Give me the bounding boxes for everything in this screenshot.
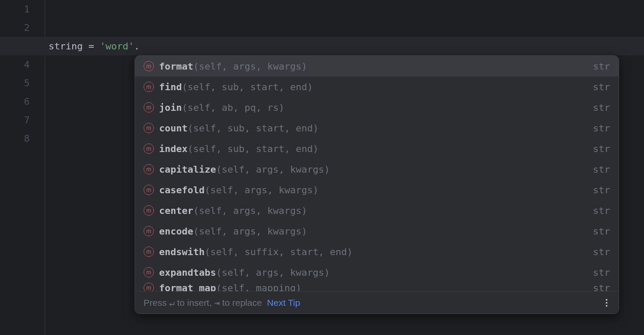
code-token-variable: string xyxy=(49,41,83,52)
autocomplete-item-label: format(self, args, kwargs) xyxy=(159,61,584,72)
method-icon: m xyxy=(144,164,154,174)
method-params: (self, suffix, start, end) xyxy=(205,247,353,257)
method-name: encode xyxy=(159,226,193,237)
autocomplete-item-label: encode(self, args, kwargs) xyxy=(159,226,584,237)
line-number: 1 xyxy=(0,0,30,18)
autocomplete-item[interactable]: mformat(self, args, kwargs)str xyxy=(135,56,619,76)
return-type: str xyxy=(584,185,610,195)
return-type: str xyxy=(584,226,610,237)
method-params: (self, sub, start, end) xyxy=(187,123,319,134)
method-icon: m xyxy=(144,143,154,154)
method-icon: m xyxy=(144,185,154,195)
autocomplete-item-label: capitalize(self, args, kwargs) xyxy=(159,164,584,175)
method-name: index xyxy=(159,143,187,154)
enter-key-icon: ↵ xyxy=(169,298,175,308)
autocomplete-item-label: center(self, args, kwargs) xyxy=(159,205,584,216)
line-number: 2 xyxy=(0,18,30,37)
return-type: str xyxy=(584,123,610,134)
more-options-icon[interactable] xyxy=(603,296,610,309)
method-params: (self, sub, start, end) xyxy=(187,143,319,154)
method-params: (self, args, kwargs) xyxy=(193,61,307,72)
autocomplete-item-label: endswith(self, suffix, start, end) xyxy=(159,247,584,257)
method-icon: m xyxy=(144,267,154,277)
method-name: format_map xyxy=(159,283,216,291)
autocomplete-item[interactable]: mcenter(self, args, kwargs)str xyxy=(135,200,619,221)
method-name: count xyxy=(159,123,187,134)
method-name: join xyxy=(159,102,182,113)
autocomplete-item-label: join(self, ab, pq, rs) xyxy=(159,102,584,113)
method-name: expandtabs xyxy=(159,267,216,278)
code-token-punct: . xyxy=(134,41,140,52)
autocomplete-item[interactable]: mcapitalize(self, args, kwargs)str xyxy=(135,159,619,180)
autocomplete-item[interactable]: mjoin(self, ab, pq, rs)str xyxy=(135,97,619,118)
line-number: 6 xyxy=(0,92,30,111)
tab-key-icon: ⇥ xyxy=(214,298,220,308)
autocomplete-item-label: format_map(self, mapping) xyxy=(159,283,584,291)
return-type: str xyxy=(584,247,610,257)
return-type: str xyxy=(584,82,610,92)
method-params: (self, mapping) xyxy=(216,283,301,291)
method-name: endswith xyxy=(159,247,205,257)
code-token-string: 'word' xyxy=(100,41,134,52)
method-icon: m xyxy=(144,205,154,216)
autocomplete-item[interactable]: mformat_map(self, mapping)str xyxy=(135,283,619,291)
autocomplete-item-label: count(self, sub, start, end) xyxy=(159,123,584,134)
method-icon: m xyxy=(144,123,154,133)
code-token-operator: = xyxy=(83,41,100,52)
autocomplete-item[interactable]: mcasefold(self, args, kwargs)str xyxy=(135,180,619,200)
method-params: (self, sub, start, end) xyxy=(182,82,313,92)
autocomplete-footer: Press ↵ to insert, ⇥ to replace Next Tip xyxy=(135,291,619,314)
line-number: 4 xyxy=(0,55,30,74)
method-icon: m xyxy=(144,61,154,71)
method-icon: m xyxy=(144,82,154,92)
method-name: format xyxy=(159,61,193,72)
method-name: find xyxy=(159,82,182,92)
method-params: (self, args, kwargs) xyxy=(193,205,307,216)
method-icon: m xyxy=(144,283,154,291)
autocomplete-item[interactable]: mexpandtabs(self, args, kwargs)str xyxy=(135,262,619,283)
line-number: 5 xyxy=(0,74,30,92)
method-params: (self, args, kwargs) xyxy=(216,164,330,175)
autocomplete-list[interactable]: mformat(self, args, kwargs)strmfind(self… xyxy=(135,56,619,291)
method-name: capitalize xyxy=(159,164,216,175)
autocomplete-item-label: index(self, sub, start, end) xyxy=(159,143,584,154)
code-line[interactable] xyxy=(49,0,644,18)
autocomplete-item[interactable]: mendswith(self, suffix, start, end)str xyxy=(135,241,619,262)
method-params: (self, args, kwargs) xyxy=(216,267,330,278)
method-params: (self, args, kwargs) xyxy=(193,226,307,237)
autocomplete-item[interactable]: mencode(self, args, kwargs)str xyxy=(135,221,619,241)
line-number: 7 xyxy=(0,111,30,129)
autocomplete-item[interactable]: mfind(self, sub, start, end)str xyxy=(135,76,619,97)
method-name: casefold xyxy=(159,185,205,195)
autocomplete-item[interactable]: mcount(self, sub, start, end)str xyxy=(135,118,619,138)
code-line[interactable] xyxy=(49,18,644,37)
autocomplete-item-label: expandtabs(self, args, kwargs) xyxy=(159,267,584,278)
return-type: str xyxy=(584,267,610,278)
code-line[interactable]: string = 'word'. xyxy=(49,37,644,55)
autocomplete-item-label: find(self, sub, start, end) xyxy=(159,82,584,92)
method-icon: m xyxy=(144,226,154,236)
return-type: str xyxy=(584,205,610,216)
method-params: (self, ab, pq, rs) xyxy=(182,102,284,113)
return-type: str xyxy=(584,143,610,154)
autocomplete-item[interactable]: mindex(self, sub, start, end)str xyxy=(135,138,619,159)
next-tip-link[interactable]: Next Tip xyxy=(267,298,300,308)
footer-hint-text: Press ↵ to insert, ⇥ to replace xyxy=(144,298,262,308)
method-icon: m xyxy=(144,247,154,257)
return-type: str xyxy=(584,61,610,72)
return-type: str xyxy=(584,283,610,291)
line-number: 8 xyxy=(0,129,30,148)
method-name: center xyxy=(159,205,193,216)
autocomplete-popup[interactable]: mformat(self, args, kwargs)strmfind(self… xyxy=(135,55,619,314)
method-params: (self, args, kwargs) xyxy=(205,185,319,195)
return-type: str xyxy=(584,164,610,175)
autocomplete-item-label: casefold(self, args, kwargs) xyxy=(159,185,584,195)
return-type: str xyxy=(584,102,610,113)
method-icon: m xyxy=(144,102,154,113)
